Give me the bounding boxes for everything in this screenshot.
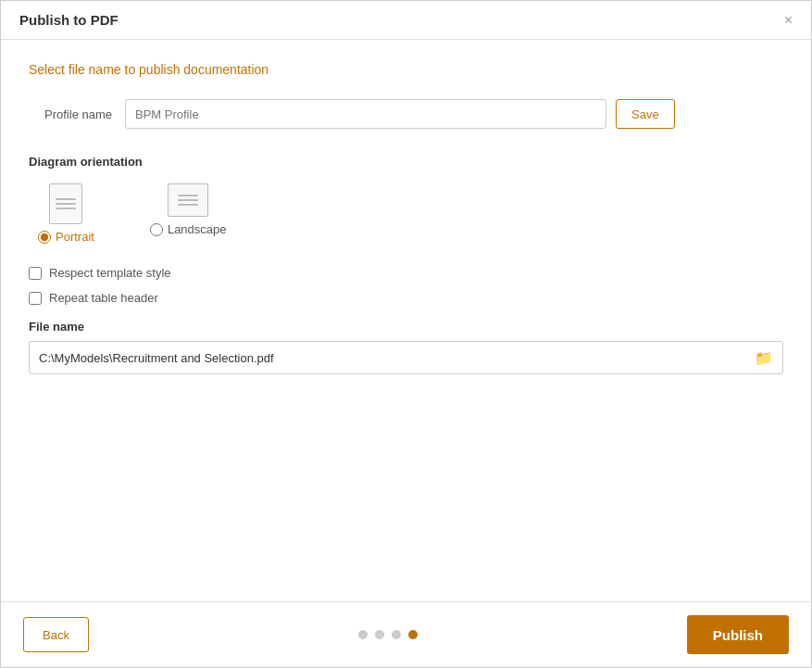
- profile-name-input[interactable]: [125, 99, 606, 129]
- portrait-radio[interactable]: [38, 231, 51, 244]
- portrait-lines: [56, 198, 76, 209]
- file-name-input-row: C:\MyModels\Recruitment and Selection.pd…: [29, 341, 783, 374]
- dot-1: [358, 630, 368, 639]
- publish-button[interactable]: Publish: [687, 615, 789, 654]
- respect-template-checkbox[interactable]: [29, 267, 42, 280]
- back-button[interactable]: Back: [23, 617, 89, 652]
- publish-to-pdf-dialog: Publish to PDF × Select file name to pub…: [0, 0, 812, 668]
- profile-name-row: Profile name Save: [29, 99, 783, 129]
- landscape-radio-row: Landscape: [150, 222, 227, 236]
- landscape-line-1: [178, 195, 198, 196]
- respect-template-row: Respect template style: [29, 266, 783, 280]
- dialog-body: Select file name to publish documentatio…: [1, 40, 811, 601]
- repeat-table-checkbox[interactable]: [29, 292, 42, 305]
- save-profile-button[interactable]: Save: [616, 99, 675, 129]
- portrait-line-2: [56, 203, 76, 205]
- landscape-line-3: [178, 204, 198, 206]
- landscape-label[interactable]: Landscape: [168, 222, 227, 236]
- file-name-value: C:\MyModels\Recruitment and Selection.pd…: [39, 351, 755, 365]
- landscape-radio[interactable]: [150, 223, 163, 236]
- landscape-icon: [168, 183, 208, 217]
- landscape-option[interactable]: Landscape: [150, 183, 227, 244]
- dialog-header: Publish to PDF ×: [1, 1, 811, 40]
- portrait-option[interactable]: Portrait: [38, 183, 94, 244]
- landscape-lines: [178, 195, 198, 206]
- diagram-orientation-section: Diagram orientation Portrait: [29, 155, 783, 244]
- portrait-label[interactable]: Portrait: [56, 230, 94, 244]
- respect-template-label[interactable]: Respect template style: [49, 266, 171, 280]
- dialog-footer: Back Publish: [1, 601, 811, 667]
- dot-3: [392, 630, 401, 639]
- orientation-title: Diagram orientation: [29, 155, 783, 169]
- repeat-table-row: Repeat table header: [29, 291, 783, 305]
- portrait-line-1: [56, 198, 76, 200]
- portrait-icon: [49, 183, 82, 224]
- close-button[interactable]: ×: [784, 13, 793, 28]
- profile-name-label: Profile name: [29, 107, 112, 121]
- dialog-subtitle: Select file name to publish documentatio…: [29, 62, 783, 77]
- portrait-line-3: [56, 208, 76, 209]
- folder-icon[interactable]: 📁: [755, 349, 773, 367]
- landscape-line-2: [178, 199, 198, 201]
- dot-4-active: [408, 630, 418, 639]
- repeat-table-label[interactable]: Repeat table header: [49, 291, 158, 305]
- pagination-dots: [358, 630, 418, 639]
- file-name-label: File name: [29, 320, 783, 334]
- file-name-section: File name C:\MyModels\Recruitment and Se…: [29, 320, 783, 374]
- dialog-title: Publish to PDF: [19, 12, 119, 28]
- portrait-radio-row: Portrait: [38, 230, 94, 244]
- orientation-options: Portrait Landscape: [38, 183, 783, 244]
- dot-2: [375, 630, 384, 639]
